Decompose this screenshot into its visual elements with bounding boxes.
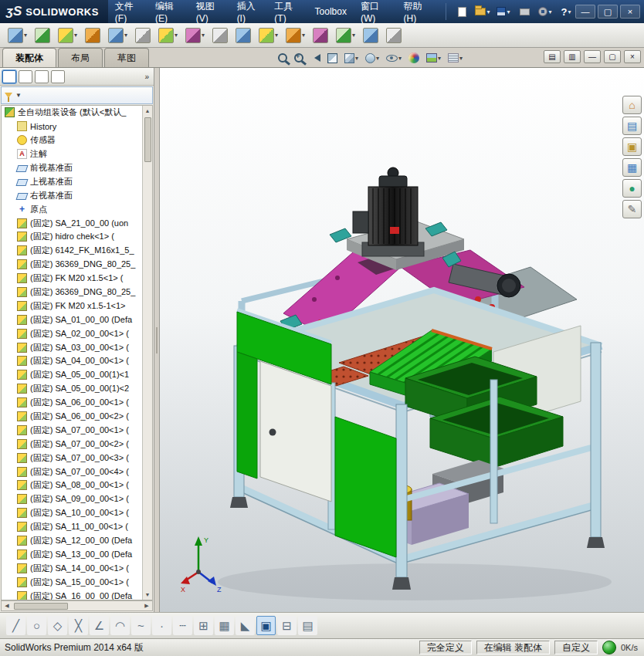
design-table-button[interactable]: ▤: [298, 616, 317, 635]
explode-line-sketch-button[interactable]: ▾: [310, 25, 331, 46]
3d-model[interactable]: [160, 68, 644, 612]
menu-window[interactable]: 窗口(W): [354, 0, 397, 23]
tab-assembly[interactable]: 装配体: [2, 48, 56, 67]
sketch-pattern-button[interactable]: ▦: [215, 616, 234, 635]
panel-overflow-button[interactable]: »: [144, 73, 151, 81]
scroll-down-icon[interactable]: ▼: [145, 590, 151, 600]
menu-file[interactable]: 文件(F): [108, 0, 148, 23]
tree-item[interactable]: (固定) SA_04_00_00<1> (: [2, 354, 142, 368]
tree-item[interactable]: (固定) SA_06_00_00<2> (: [2, 410, 142, 424]
help-button[interactable]: ? ▾: [557, 3, 575, 20]
displaymanager-tab[interactable]: [51, 70, 65, 83]
cascade-windows-button[interactable]: ▥: [564, 50, 581, 63]
menu-edit[interactable]: 编辑(E): [148, 0, 189, 23]
appearances-scenes-tab[interactable]: ●: [622, 179, 642, 198]
interference-detection-button[interactable]: ▾: [333, 25, 358, 46]
tree-item[interactable]: 右视基准面: [2, 188, 142, 202]
large-assembly-mode-button[interactable]: ▾: [383, 25, 405, 46]
filter-dropdown-icon[interactable]: ▼: [15, 92, 22, 99]
menu-tools[interactable]: 工具(T): [267, 0, 307, 23]
show-hidden-components-button[interactable]: ▾: [132, 25, 154, 46]
scroll-left-icon[interactable]: ◀: [2, 603, 12, 609]
configurationmanager-tab[interactable]: [35, 70, 49, 83]
tree-item[interactable]: (固定) SA_11_00_00<1> (: [2, 520, 142, 534]
sketch-centerline-button[interactable]: ┄: [173, 616, 192, 635]
tree-item[interactable]: (固定) SA_14_00_00<1> (: [2, 561, 142, 575]
tree-item[interactable]: (固定) SA_03_00_00<1> (: [2, 340, 142, 354]
tree-item[interactable]: (固定) SA_16_00_00 (Defa: [2, 589, 142, 600]
snap-button[interactable]: ◣: [236, 616, 255, 635]
tree-item[interactable]: 传感器: [2, 134, 142, 147]
restore-app-button[interactable]: ▢: [598, 5, 618, 19]
linear-component-pattern-button[interactable]: ▾: [55, 25, 80, 46]
model-motor[interactable]: [353, 167, 424, 256]
resource-monitor-icon[interactable]: [602, 641, 616, 654]
menu-view[interactable]: 视图(V): [189, 0, 230, 23]
belt-chain-button[interactable]: ▾: [209, 25, 231, 46]
edit-appearance-icon[interactable]: ▾: [405, 49, 422, 66]
exploded-view-button[interactable]: ▾: [283, 25, 308, 46]
file-explorer-tab[interactable]: ▣: [622, 137, 642, 156]
smart-fasteners-button[interactable]: ▾: [82, 25, 103, 46]
close-app-button[interactable]: ×: [620, 5, 640, 19]
tree-item[interactable]: (固定) FK M20 x1.5-1<1>: [2, 299, 142, 313]
design-library-tab[interactable]: ▤: [622, 117, 642, 135]
tree-item[interactable]: (固定) SA_07_00_00<1> (: [2, 423, 142, 437]
tree-item[interactable]: 注解: [2, 147, 142, 161]
tree-vertical-scrollbar[interactable]: ▲ ▼: [142, 106, 152, 600]
tree-item[interactable]: (固定) SA_05_00_00(1)<1: [2, 368, 142, 382]
scroll-thumb[interactable]: [144, 117, 151, 162]
tree-item[interactable]: (固定) SA_07_00_00<4> (: [2, 465, 142, 478]
sketch-trim-button[interactable]: ╳: [69, 616, 88, 635]
tree-item[interactable]: (固定) SA_06_00_00<1> (: [2, 396, 142, 410]
tree-item[interactable]: (固定) 36369_DNG_80_25_: [2, 286, 142, 299]
scroll-thumb[interactable]: [14, 603, 68, 610]
section-view-icon[interactable]: ▾: [324, 49, 341, 66]
tree-item[interactable]: (固定) SA_13_00_00 (Defa: [2, 548, 142, 562]
panel-splitter[interactable]: [154, 68, 160, 612]
minimize-document-button[interactable]: —: [584, 50, 601, 63]
tree-item[interactable]: (固定) 36369_DNG_80_25_: [2, 258, 142, 272]
tree-item[interactable]: 原点: [2, 202, 142, 216]
scroll-up-icon[interactable]: ▲: [145, 106, 151, 116]
sketch-ellipse-button[interactable]: ◇: [48, 616, 67, 635]
tree-root-item[interactable]: 全自动组装设备 (默认<默认_: [2, 106, 142, 120]
new-motion-study-button[interactable]: ▾: [232, 25, 254, 46]
sketch-chamfer-button[interactable]: ∠: [90, 616, 109, 635]
tile-windows-button[interactable]: ▤: [544, 50, 561, 63]
zoom-to-area-icon[interactable]: ▾: [291, 49, 307, 66]
tree-item[interactable]: (固定) SA_07_00_00<2> (: [2, 437, 142, 451]
apply-scene-icon[interactable]: ▾: [423, 49, 444, 66]
tree-item[interactable]: (固定) SA_07_00_00<3> (: [2, 451, 142, 465]
open-document-button[interactable]: ▾: [473, 3, 492, 20]
tree-item[interactable]: 上视基准面: [2, 174, 142, 188]
tree-item[interactable]: (固定) SA_10_00_00<1> (: [2, 506, 142, 520]
tree-item[interactable]: (固定) SA_05_00_00(1)<2: [2, 382, 142, 396]
assembly-features-button[interactable]: ▾: [155, 25, 181, 46]
custom-properties-tab[interactable]: ✎: [622, 200, 642, 218]
home-tab[interactable]: ⌂: [622, 96, 642, 114]
move-component-button[interactable]: ▾: [105, 25, 130, 46]
graphics-area[interactable]: Y X Z ⌂ ▤ ▣ ▦ ● ✎: [160, 68, 644, 612]
instant3d-button[interactable]: ▾: [360, 25, 381, 46]
view-settings-icon[interactable]: ▾: [445, 49, 466, 66]
menu-insert[interactable]: 插入(I): [230, 0, 268, 23]
tree-item[interactable]: (固定) SA_08_00_00<1> (: [2, 478, 142, 492]
propertymanager-tab[interactable]: [19, 70, 32, 83]
menu-toolbox[interactable]: Toolbox: [308, 0, 354, 23]
sketch-arc-button[interactable]: ◠: [110, 616, 130, 635]
zoom-to-fit-icon[interactable]: ▾: [275, 49, 290, 66]
print-button[interactable]: ▾: [515, 3, 534, 20]
close-document-button[interactable]: ×: [624, 50, 641, 63]
tab-layout[interactable]: 布局: [58, 48, 103, 67]
custom-status[interactable]: 自定义: [554, 641, 598, 654]
tree-item[interactable]: (固定) FK M20 x1.5<1> (: [2, 272, 142, 286]
hide-show-items-icon[interactable]: ▾: [383, 49, 405, 66]
tree-item[interactable]: (固定) SA_02_00_00<1> (: [2, 326, 142, 340]
view-palette-tab[interactable]: ▦: [622, 158, 642, 177]
tree-item[interactable]: History: [2, 120, 142, 134]
tree-item[interactable]: (固定) SA_21_00_00 (uon: [2, 216, 142, 230]
sketch-mode-button[interactable]: ▣: [256, 616, 276, 635]
tab-sketch[interactable]: 草图: [104, 48, 149, 67]
reference-geometry-button[interactable]: ▾: [182, 25, 208, 46]
